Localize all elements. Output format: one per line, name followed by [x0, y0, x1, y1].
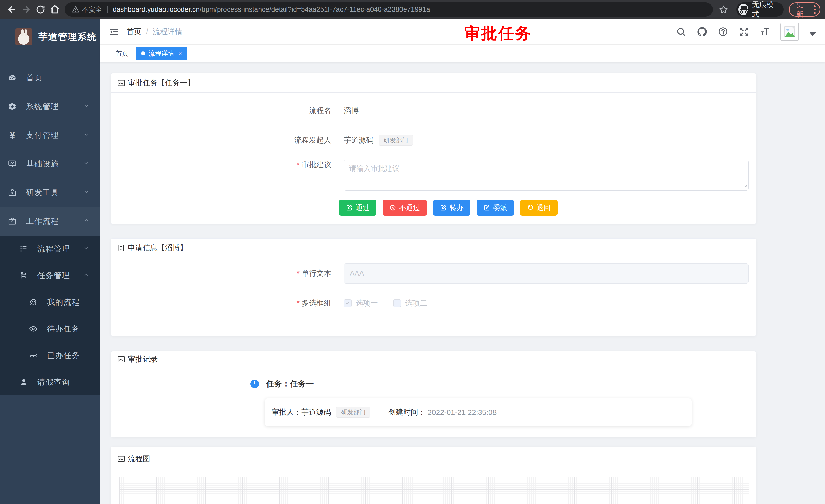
logo-image: [15, 28, 32, 45]
close-icon[interactable]: ×: [178, 51, 182, 57]
chevron-down-icon: [83, 188, 90, 197]
search-icon[interactable]: [675, 26, 687, 37]
delegate-button[interactable]: 委派: [476, 200, 514, 216]
sidebar-item-label: 待办任务: [47, 324, 100, 334]
list-icon: [19, 244, 28, 254]
opinion-textarea[interactable]: [344, 160, 749, 190]
address-bar[interactable]: 不安全 dashboard.yudao.iocoder.cn/bpm/proce…: [65, 2, 713, 17]
button-label: 转办: [450, 203, 463, 212]
sidebar-item-todo-tasks[interactable]: 待办任务: [0, 316, 100, 342]
sidebar-item-system[interactable]: 系统管理: [0, 92, 100, 121]
tags-view: 首页 流程详情 ×: [100, 45, 825, 63]
divider: [107, 6, 107, 13]
single-text-label: 单行文本: [111, 268, 331, 279]
security-warning-label: 不安全: [82, 5, 102, 14]
card-title: 审批任务【任务一】: [128, 78, 195, 88]
checkbox-label: 选项一: [356, 298, 378, 308]
sidebar-item-label: 我的流程: [47, 297, 100, 308]
initiator-row: 流程发起人 芋道源码 研发部门: [111, 130, 756, 151]
app-navbar: 首页 / 流程详情 审批任务: [100, 19, 825, 45]
checkbox-option1: 选项一: [344, 298, 378, 308]
sidebar-item-label: 任务管理: [38, 270, 83, 281]
sidebar-item-payment[interactable]: ¥ 支付管理: [0, 121, 100, 150]
home-icon[interactable]: [48, 2, 62, 17]
bookmark-star-icon[interactable]: [717, 2, 731, 17]
button-label: 不通过: [399, 203, 420, 212]
warning-icon: [72, 6, 79, 13]
resize-grip-icon[interactable]: [743, 184, 747, 188]
reject-button[interactable]: 不通过: [382, 200, 427, 216]
chrome-menu-icon[interactable]: [814, 5, 816, 14]
chevron-up-icon: [83, 271, 90, 280]
sidebar-item-done-tasks[interactable]: 已办任务: [0, 342, 100, 369]
edit-icon: [483, 204, 490, 211]
toolbox-icon: [8, 188, 17, 197]
page-annotation: 审批任务: [464, 22, 532, 44]
undo-icon: [527, 204, 534, 211]
security-warning[interactable]: 不安全: [72, 5, 102, 14]
sidebar-item-home[interactable]: 首页: [0, 64, 100, 92]
initiator-dept-tag: 研发部门: [379, 135, 413, 146]
checkbox-group-label: 多选框组: [111, 298, 331, 308]
task-title: 任务：任务一: [266, 379, 314, 389]
card-process-diagram-header: 流程图: [111, 447, 756, 471]
github-icon[interactable]: [696, 26, 708, 37]
sidebar-item-leave-query[interactable]: 请假查询: [0, 369, 100, 396]
bpmn-diagram-canvas[interactable]: [120, 477, 749, 504]
approve-button[interactable]: 通过: [339, 200, 376, 216]
font-size-icon[interactable]: [759, 26, 771, 37]
card-approval-task: 审批任务【任务一】 流程名 滔博 流程发起人 芋道源码 研发部门: [111, 73, 756, 224]
avatar[interactable]: [780, 22, 799, 41]
breadcrumb-home[interactable]: 首页: [127, 27, 141, 37]
approver-dept-tag: 研发部门: [336, 407, 371, 418]
workflow-submenu: 流程管理 任务管理 我的流程 待办任务 已办: [0, 236, 100, 396]
back-icon[interactable]: [5, 2, 19, 17]
tag-process-detail[interactable]: 流程详情 ×: [136, 47, 187, 60]
avatar-caret-icon[interactable]: [810, 32, 816, 36]
sidebar-item-my-process[interactable]: 我的流程: [0, 289, 100, 316]
process-name-value: 滔博: [344, 105, 359, 116]
sidebar-item-infra[interactable]: 基础设施: [0, 150, 100, 178]
user-icon: [19, 377, 28, 387]
url-text: dashboard.yudao.iocoder.cn/bpm/process-i…: [113, 6, 430, 14]
process-name-label: 流程名: [111, 105, 331, 116]
app-title: 芋道管理系统: [39, 31, 97, 43]
transfer-button[interactable]: 转办: [433, 200, 470, 216]
return-button[interactable]: 退回: [520, 200, 557, 216]
sidebar-item-task-mgmt[interactable]: 任务管理: [0, 262, 100, 289]
sidebar-item-workflow[interactable]: 工作流程: [0, 207, 100, 236]
edit-icon: [440, 204, 447, 211]
forward-icon[interactable]: [19, 2, 33, 17]
sidebar-item-label: 系统管理: [26, 101, 83, 112]
checkbox-option2: 选项二: [393, 298, 427, 308]
sidebar-item-devtools[interactable]: 研发工具: [0, 178, 100, 207]
process-name-row: 流程名 滔博: [111, 100, 756, 121]
flow-icon: [19, 271, 28, 280]
chrome-update-button[interactable]: 更新: [789, 2, 820, 17]
tag-label: 首页: [116, 49, 128, 58]
navbar-actions: [675, 22, 825, 41]
single-text-input: [344, 263, 749, 284]
sidebar-item-label: 已办任务: [47, 350, 100, 361]
edit-icon: [346, 204, 353, 211]
sidebar-logo[interactable]: 芋道管理系统: [0, 22, 100, 51]
page-content: 审批任务【任务一】 流程名 滔博 流程发起人 芋道源码 研发部门: [100, 63, 825, 504]
sidebar-menu: 首页 系统管理 ¥ 支付管理 基础设施 研发工具: [0, 64, 100, 396]
card-title: 流程图: [128, 454, 150, 464]
single-text-row: 单行文本: [111, 263, 756, 284]
card-approval-task-header: 审批任务【任务一】: [111, 73, 756, 93]
hamburger-icon[interactable]: [100, 19, 127, 44]
monitor-icon: [8, 159, 17, 169]
incognito-badge: 无痕模式: [736, 2, 784, 17]
gear-icon: [8, 102, 17, 111]
reload-icon[interactable]: [33, 2, 48, 17]
card-title: 审批记录: [128, 354, 158, 364]
card-apply-info-header: 申请信息【滔博】: [111, 239, 756, 257]
help-icon[interactable]: [718, 26, 729, 37]
sidebar-item-process-mgmt[interactable]: 流程管理: [0, 236, 100, 262]
eye-icon: [29, 324, 38, 333]
fullscreen-icon[interactable]: [738, 26, 750, 37]
url-path: /bpm/process-instance/detail?id=54aa251f…: [200, 6, 430, 13]
tag-home[interactable]: 首页: [111, 47, 133, 60]
opinion-row: 审批建议: [111, 160, 756, 190]
